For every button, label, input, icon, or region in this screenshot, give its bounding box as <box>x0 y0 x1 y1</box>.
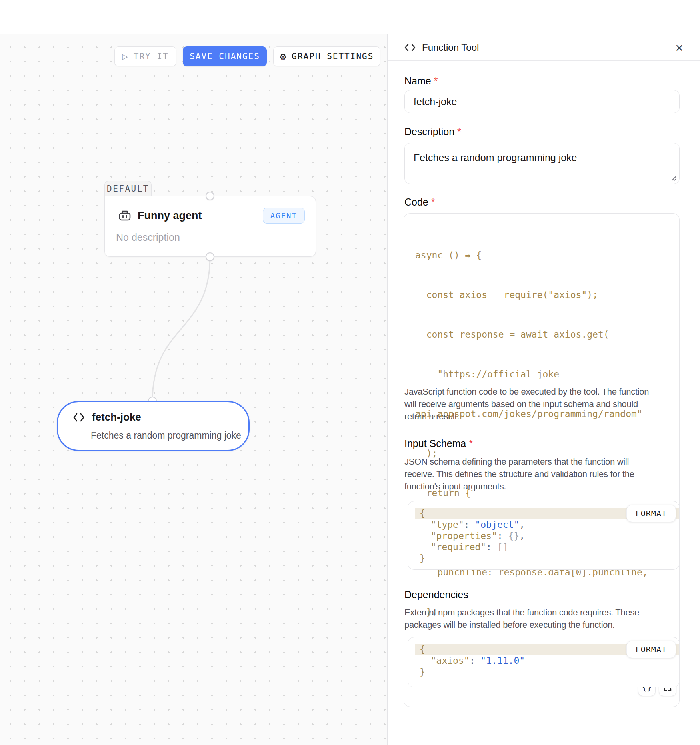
play-icon: ▷ <box>122 52 128 61</box>
code-label: Code* <box>404 196 435 208</box>
name-input[interactable]: fetch-joke <box>404 90 680 113</box>
tool-node-fetch-joke[interactable]: fetch-joke Fetches a random programming … <box>57 401 250 451</box>
agent-node-description: No description <box>116 232 180 243</box>
code-icon <box>404 44 416 52</box>
required-asterisk: * <box>457 126 461 137</box>
format-button[interactable]: FORMAT <box>626 641 676 658</box>
graph-canvas[interactable]: ▷ TRY IT SAVE CHANGES ⚙ GRAPH SETTINGS D… <box>0 34 387 745</box>
resize-grip-icon[interactable] <box>670 174 677 181</box>
agent-node-header: Funny agent AGENT <box>118 208 305 224</box>
code-line: "https://official-joke- <box>415 368 679 381</box>
try-it-button[interactable]: ▷ TRY IT <box>114 46 176 66</box>
dependencies-editor[interactable]: { "axios": "1.11.0" } FORMAT <box>408 637 680 687</box>
json-line: } <box>415 666 679 677</box>
edge-agent-to-tool <box>0 34 387 745</box>
panel-header: Function Tool × <box>388 34 700 61</box>
agent-type-badge: AGENT <box>263 208 305 224</box>
json-line: } <box>415 553 679 564</box>
json-line: "required": [] <box>415 541 679 553</box>
agent-node-title: Funny agent <box>138 210 202 222</box>
agent-node-top-handle[interactable] <box>206 192 214 200</box>
function-tool-panel: Function Tool × Name* fetch-joke Descrip… <box>387 34 700 745</box>
dependencies-label: Dependencies <box>404 589 468 601</box>
description-textarea[interactable]: Fetches a random programming joke <box>404 143 680 184</box>
panel-title: Function Tool <box>422 42 479 53</box>
save-changes-label: SAVE CHANGES <box>190 52 260 61</box>
gear-icon: ⚙ <box>280 51 287 62</box>
description-label: Description* <box>404 126 461 138</box>
name-value: fetch-joke <box>414 96 457 108</box>
input-schema-label: Input Schema* <box>404 438 473 449</box>
close-icon[interactable]: × <box>675 41 683 54</box>
required-asterisk: * <box>431 196 435 208</box>
graph-settings-button[interactable]: ⚙ GRAPH SETTINGS <box>273 46 380 66</box>
group-tab-label: DEFAULT <box>107 184 149 194</box>
name-label: Name* <box>404 75 438 87</box>
required-asterisk: * <box>469 438 473 449</box>
top-bar <box>0 0 700 34</box>
top-hairline <box>0 4 700 4</box>
code-line: const axios = require("axios"); <box>415 288 679 302</box>
agent-node[interactable]: Funny agent AGENT No description <box>104 196 316 257</box>
json-line: "properties": {}, <box>415 530 679 541</box>
tool-node-description: Fetches a random programming joke <box>91 430 241 441</box>
dependencies-description: External npm packages that the function … <box>404 606 684 631</box>
code-helper-text: JavaScript function code to be executed … <box>404 385 684 423</box>
app-window: ▷ TRY IT SAVE CHANGES ⚙ GRAPH SETTINGS D… <box>0 0 700 745</box>
required-asterisk: * <box>434 75 438 86</box>
description-value: Fetches a random programming joke <box>414 152 577 163</box>
code-line: async () ⇒ { <box>415 249 679 262</box>
tool-node-header: fetch-joke <box>73 411 141 423</box>
format-button[interactable]: FORMAT <box>626 505 676 522</box>
graph-settings-label: GRAPH SETTINGS <box>292 52 374 61</box>
input-schema-description: JSON schema defining the parameters that… <box>404 455 684 493</box>
tool-node-title: fetch-joke <box>92 411 141 423</box>
code-icon <box>73 412 85 423</box>
save-changes-button[interactable]: SAVE CHANGES <box>183 46 267 66</box>
agent-node-bottom-handle[interactable] <box>206 252 214 261</box>
try-it-label: TRY IT <box>134 52 169 61</box>
group-tab-default[interactable]: DEFAULT <box>104 181 152 196</box>
robot-icon <box>118 209 132 222</box>
input-schema-editor[interactable]: { "type": "object", "properties": {}, "r… <box>408 501 680 570</box>
code-line: const response = await axios.get( <box>415 328 679 341</box>
main-split: ▷ TRY IT SAVE CHANGES ⚙ GRAPH SETTINGS D… <box>0 34 700 745</box>
